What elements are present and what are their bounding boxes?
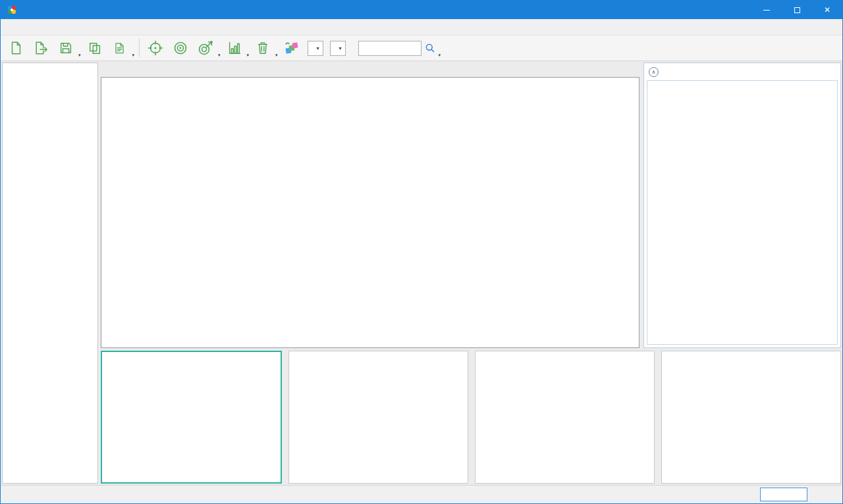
titlebar: ✕ (1, 1, 842, 19)
chart-dropdown-icon[interactable]: ▾ (247, 53, 250, 58)
sample-measure-button[interactable] (193, 36, 218, 60)
new-document-button[interactable] (3, 36, 28, 60)
delete-dropdown-icon[interactable]: ▾ (275, 53, 278, 58)
toolbar-overflow-icon[interactable]: ▾ (439, 53, 441, 58)
chevron-down-icon: ▾ (317, 45, 319, 51)
trash-icon (256, 41, 270, 55)
export-icon (34, 41, 48, 55)
collapse-panel-icon[interactable]: ∧ (649, 67, 659, 77)
save-icon (59, 41, 73, 55)
color-diff-body (647, 80, 838, 345)
main-content: ∧ (1, 61, 842, 485)
measurement-mode-select[interactable]: ▾ (308, 41, 323, 56)
word-document-icon (113, 42, 126, 55)
search-area (358, 40, 439, 56)
save-dropdown-icon[interactable]: ▾ (78, 53, 81, 58)
tables-column (101, 63, 639, 348)
tables-and-panel: ∧ (101, 63, 841, 348)
export-button[interactable] (28, 36, 53, 60)
measure-arrow-icon (198, 40, 213, 56)
minimize-button[interactable] (751, 1, 782, 19)
search-icon (425, 43, 435, 53)
illuminant-observer-select[interactable]: ▾ (330, 41, 346, 56)
copy-button[interactable] (82, 36, 107, 60)
word-dropdown-icon[interactable]: ▾ (132, 53, 135, 58)
spectral-reflectance-chart[interactable] (475, 351, 655, 484)
color-tools-button[interactable] (279, 36, 304, 60)
statusbar (1, 485, 842, 503)
delta-ab-scatter-chart[interactable] (101, 351, 282, 484)
delete-button[interactable] (250, 36, 275, 60)
workspace: ∧ (101, 63, 841, 484)
crosshair-target-icon (148, 40, 163, 56)
maximize-icon (794, 7, 800, 13)
copy-icon (88, 41, 102, 55)
delta-e-trend-chart[interactable] (288, 351, 468, 484)
toolbar-separator (139, 39, 140, 57)
maximize-button[interactable] (782, 1, 812, 19)
menubar (1, 19, 842, 35)
charts-row (101, 351, 841, 484)
chart-button[interactable] (222, 36, 247, 60)
lab-color-space-chart[interactable] (661, 351, 841, 484)
search-button[interactable] (422, 40, 439, 56)
color-layers-icon (284, 40, 300, 56)
auto-mode-button[interactable] (760, 488, 807, 501)
concentric-circles-icon (173, 40, 188, 56)
measure-dropdown-icon[interactable]: ▾ (218, 53, 221, 58)
chevron-down-icon: ▾ (339, 45, 342, 51)
save-button[interactable] (53, 36, 78, 60)
standard-measure-button[interactable] (168, 36, 193, 60)
close-button[interactable]: ✕ (812, 1, 842, 19)
samples-table-container (101, 77, 639, 348)
search-input[interactable] (358, 41, 422, 56)
window-controls: ✕ (751, 1, 842, 19)
toolbar: ▾ ▾ ▾ ▾ ▾ (1, 35, 842, 61)
color-diff-panel: ∧ (643, 63, 841, 348)
export-word-button[interactable] (107, 36, 132, 60)
calibrate-button[interactable] (143, 36, 168, 60)
sample-tree (2, 63, 98, 484)
app-window: ✕ ▾ ▾ ▾ (0, 0, 843, 504)
app-logo-icon (7, 5, 17, 15)
minimize-icon (763, 10, 770, 11)
color-diff-header: ∧ (644, 63, 840, 80)
bar-chart-icon (227, 41, 242, 55)
